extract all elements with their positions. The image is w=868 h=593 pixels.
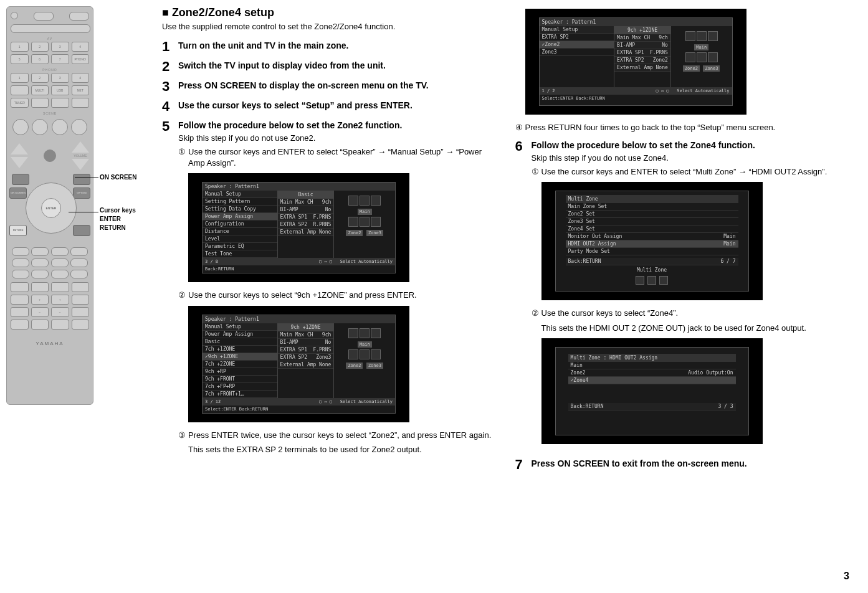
remote-return-button[interactable]: RETURN [9,225,27,236]
remote-display-button [73,225,90,236]
yamaha-logo: YAMAHA [11,341,89,346]
step-4: Use the cursor keys to select “Setup” an… [178,100,497,111]
step-6-1: Use the cursor keys and ENTER to select … [541,167,827,176]
step-6-2-note: This sets the HDMI OUT 2 (ZONE OUT) jack… [541,323,850,334]
step-number: 4 [162,100,178,113]
substep-marker: ① [178,146,186,158]
step-3: Press ON SCREEN to display the on-screen… [178,80,497,91]
remote-on-screen-button[interactable]: ON SCREEN [9,187,27,199]
substep-marker: ① [532,166,539,178]
step-6-head: Follow the procedure below to set the Zo… [532,140,850,151]
callout-on-screen: ON SCREEN [100,174,136,181]
step-number: 6 [515,140,532,452]
remote-enter-button[interactable]: ENTER [41,198,61,218]
step-7: Press ON SCREEN to exit from the on-scre… [532,458,850,469]
step-5-sub: Skip this step if you do not use Zone2. [178,133,497,143]
step-2: Switch the TV input to display video fro… [178,60,497,71]
step-5-head: Follow the procedure below to set the Zo… [178,120,497,131]
substep-marker: ② [532,308,539,319]
remote-section-av: AV [11,37,89,40]
callout-cursor-keys: Cursor keys [100,207,136,214]
step-1: Turn on the unit and TV in the main zone… [178,40,497,51]
section-title: Zone2/Zone4 setup [162,6,497,19]
substep-marker: ② [178,290,186,301]
osd-screenshot-5: Multi Zone : HDMI OUT2 Assign Main Zone2… [541,338,763,444]
osd-screenshot-1: Speaker : Pattern1 Manual Setup Setting … [188,173,409,282]
remote-section-phono: PHONO [11,68,89,72]
osd-screenshot-2: Speaker : Pattern1 Manual Setup Power Am… [188,306,409,422]
osd-screenshot-4: Multi Zone Main Zone Set Zone2 Set Zone3… [541,182,763,300]
step-5-4: Press RETURN four times to go back to th… [525,123,776,132]
remote-control-image: AV 1234 567PHONO PHONO 1234 MULTIUSBNET … [6,6,93,405]
callout-enter: ENTER [100,216,121,222]
callout-return: RETURN [100,224,126,231]
page-number: 3 [844,571,849,582]
step-number: 7 [515,458,532,472]
osd-screenshot-3: Speaker : Pattern1 Manual Setup EXTRA SP… [525,9,746,115]
intro-text: Use the supplied remote control to set t… [162,22,497,31]
substep-marker: ③ [178,430,186,441]
step-number: 5 [162,120,178,459]
remote-top-menu [12,174,29,185]
remote-pure-direct [73,174,90,185]
step-number: 1 [162,40,178,54]
step-6-sub: Skip this step if you do not use Zone4. [532,153,850,163]
step-5-3: Press ENTER twice, use the cursor keys t… [188,430,491,440]
step-number: 2 [162,60,178,74]
step-number: 3 [162,80,178,93]
remote-section-scene: SCENE [11,111,89,115]
step-5-2: Use the cursor keys to select “9ch +1ZON… [188,290,417,300]
step-5-1: Use the cursor keys and ENTER to select … [188,147,482,168]
step-6-2: Use the cursor keys to select “Zone4”. [541,308,679,318]
remote-option-button[interactable]: OPTION [73,187,90,199]
substep-marker: ④ [515,122,523,133]
step-5-3-note: This sets the EXTRA SP 2 terminals to be… [188,444,497,455]
